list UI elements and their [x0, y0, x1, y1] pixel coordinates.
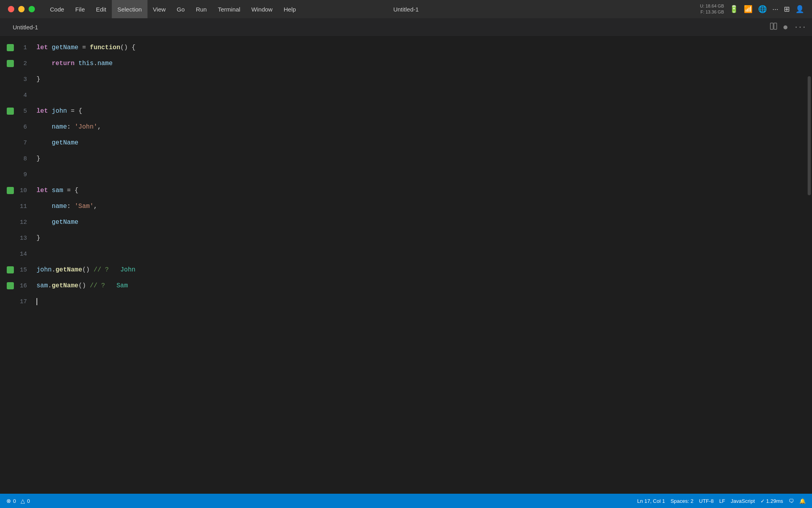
- traffic-lights: [8, 6, 35, 12]
- timing-text: ✓ 1.29ms: [760, 498, 783, 504]
- user-icon[interactable]: 👤: [795, 5, 804, 13]
- breakpoint-area-1[interactable]: [3, 44, 17, 51]
- code-line-16: 16 sam.getName() // ? Sam: [0, 278, 806, 294]
- minimize-button[interactable]: [18, 6, 25, 12]
- code-line-3: 3 }: [0, 71, 806, 87]
- code-line-9: 9: [0, 167, 806, 183]
- menu-code[interactable]: Code: [44, 0, 70, 18]
- code-content-7: getName: [36, 139, 79, 146]
- line-number-3: 3: [17, 76, 36, 83]
- code-line-4: 4: [0, 87, 806, 103]
- tab-actions: ···: [770, 23, 806, 32]
- menu-view[interactable]: View: [147, 0, 171, 18]
- breakpoint-15[interactable]: [7, 266, 14, 273]
- line-number-8: 8: [17, 156, 36, 162]
- breakpoint-1[interactable]: [7, 44, 14, 51]
- feedback-icon[interactable]: 🗨: [789, 498, 794, 504]
- code-line-15: 15 john.getName() // ? John: [0, 262, 806, 278]
- spaces-text: Spaces: 2: [670, 498, 693, 504]
- bell-icon: 🔔: [799, 498, 806, 504]
- line-number-17: 17: [17, 298, 36, 305]
- menu-help[interactable]: Help: [278, 0, 301, 18]
- breakpoint-area-2[interactable]: [3, 60, 17, 67]
- warning-count[interactable]: △ 0: [21, 498, 30, 504]
- breakpoint-area-5[interactable]: [3, 108, 17, 115]
- scrollbar-thumb[interactable]: [808, 76, 811, 195]
- control-center-icon[interactable]: ⊞: [784, 5, 790, 13]
- editor-tab[interactable]: Untitled-1: [6, 20, 44, 35]
- breakpoint-area-16[interactable]: [3, 282, 17, 289]
- breakpoint-10[interactable]: [7, 187, 14, 194]
- status-right: Ln 17, Col 1 Spaces: 2 UTF-8 LF JavaScri…: [637, 498, 806, 504]
- title-bar-right: U: 18.64 GB F: 13.36 GB 🔋 📶 🌐 ··· ⊞ 👤: [700, 3, 804, 15]
- code-line-17: 17: [0, 294, 806, 310]
- dots-icon[interactable]: ···: [772, 5, 778, 13]
- line-number-2: 2: [17, 60, 36, 67]
- line-number-15: 15: [17, 267, 36, 273]
- line-number-7: 7: [17, 140, 36, 146]
- airdrop-icon: 🌐: [758, 5, 767, 13]
- split-editor-icon[interactable]: [770, 23, 777, 32]
- system-info: U: 18.64 GB F: 13.36 GB: [700, 3, 724, 15]
- code-content-15: john.getName() // ? John: [36, 266, 136, 273]
- status-left: ⊗ 0 △ 0: [6, 498, 30, 504]
- code-content-5: let john = {: [36, 108, 82, 115]
- code-content-13: }: [36, 235, 40, 242]
- code-line-8: 8 }: [0, 151, 806, 167]
- spaces-setting[interactable]: Spaces: 2: [670, 498, 693, 504]
- scrollbar-track[interactable]: [806, 37, 812, 494]
- code-content-17: [36, 298, 37, 305]
- menu-edit[interactable]: Edit: [90, 0, 112, 18]
- svg-rect-0: [770, 23, 773, 29]
- encoding-setting[interactable]: UTF-8: [699, 498, 714, 504]
- wifi-icon: 📶: [744, 5, 753, 13]
- position-text: Ln 17, Col 1: [637, 498, 665, 504]
- error-count[interactable]: ⊗ 0: [6, 498, 16, 504]
- line-number-10: 10: [17, 187, 36, 194]
- code-line-1: 1 let getName = function() {: [0, 40, 806, 56]
- menu-bar: Code File Edit Selection View Go Run Ter…: [32, 0, 301, 18]
- code-content-6: name: 'John',: [36, 123, 101, 131]
- code-content-1: let getName = function() {: [36, 44, 136, 51]
- language-text: JavaScript: [731, 498, 755, 504]
- breakpoint-16[interactable]: [7, 282, 14, 289]
- warning-icon: △: [21, 498, 25, 504]
- menu-terminal[interactable]: Terminal: [212, 0, 246, 18]
- breakpoint-2[interactable]: [7, 60, 14, 67]
- menu-go[interactable]: Go: [171, 0, 190, 18]
- editor-main[interactable]: 1 let getName = function() { 2 return th…: [0, 37, 806, 494]
- notifications-icon[interactable]: 🔔: [799, 498, 806, 504]
- unsaved-dot: [783, 25, 787, 29]
- error-number: 0: [13, 498, 16, 504]
- code-content-10: let sam = {: [36, 187, 79, 194]
- line-number-14: 14: [17, 251, 36, 258]
- svg-rect-1: [774, 23, 777, 29]
- more-actions-icon[interactable]: ···: [794, 23, 806, 32]
- line-number-11: 11: [17, 203, 36, 210]
- line-number-4: 4: [17, 92, 36, 99]
- code-line-11: 11 name: 'Sam',: [0, 198, 806, 214]
- warning-number: 0: [27, 498, 30, 504]
- code-content-8: }: [36, 155, 40, 162]
- close-button[interactable]: [8, 6, 14, 12]
- code-line-10: 10 let sam = {: [0, 183, 806, 198]
- code-content-3: }: [36, 76, 40, 83]
- menu-selection[interactable]: Selection: [112, 0, 147, 18]
- language-selector[interactable]: JavaScript: [731, 498, 755, 504]
- code-line-7: 7 getName: [0, 135, 806, 151]
- title-bar: Code File Edit Selection View Go Run Ter…: [0, 0, 812, 18]
- code-line-13: 13 }: [0, 230, 806, 246]
- code-line-6: 6 name: 'John',: [0, 119, 806, 135]
- tab-label: Untitled-1: [13, 24, 38, 31]
- code-line-2: 2 return this.name: [0, 56, 806, 71]
- menu-run[interactable]: Run: [190, 0, 213, 18]
- breakpoint-area-10[interactable]: [3, 187, 17, 194]
- cursor-position[interactable]: Ln 17, Col 1: [637, 498, 665, 504]
- menu-file[interactable]: File: [70, 0, 90, 18]
- menu-window[interactable]: Window: [246, 0, 278, 18]
- breakpoint-area-15[interactable]: [3, 266, 17, 273]
- breakpoint-5[interactable]: [7, 108, 14, 115]
- code-line-12: 12 getName: [0, 214, 806, 230]
- line-ending-setting[interactable]: LF: [719, 498, 725, 504]
- line-number-12: 12: [17, 219, 36, 226]
